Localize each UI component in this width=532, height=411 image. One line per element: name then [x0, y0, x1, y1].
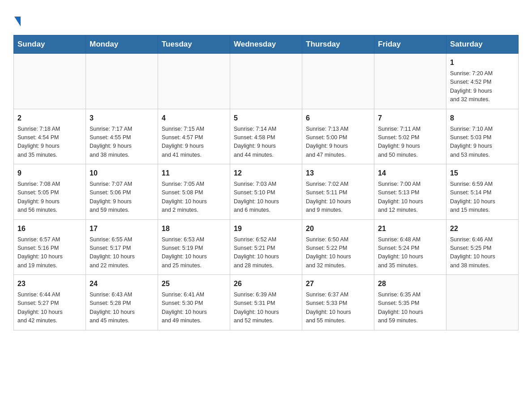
calendar-cell: 5Sunrise: 7:14 AMSunset: 4:58 PMDaylight… [230, 109, 302, 164]
week-row-2: 2Sunrise: 7:18 AMSunset: 4:54 PMDaylight… [14, 109, 519, 164]
calendar-cell [230, 54, 302, 109]
day-info: Sunrise: 7:14 AMSunset: 4:58 PMDaylight:… [234, 125, 298, 160]
day-info: Sunrise: 7:03 AMSunset: 5:10 PMDaylight:… [234, 180, 298, 215]
day-number: 22 [450, 223, 515, 234]
calendar-cell: 22Sunrise: 6:46 AMSunset: 5:25 PMDayligh… [446, 219, 519, 275]
day-number: 14 [378, 168, 442, 179]
day-number: 12 [234, 168, 298, 179]
calendar-cell: 6Sunrise: 7:13 AMSunset: 5:00 PMDaylight… [302, 109, 374, 164]
day-number: 26 [234, 278, 298, 289]
day-number: 21 [378, 223, 442, 234]
header-sunday: Sunday [14, 35, 86, 54]
day-info: Sunrise: 7:02 AMSunset: 5:11 PMDaylight:… [306, 180, 370, 215]
day-number: 9 [17, 168, 82, 179]
day-number: 15 [450, 168, 515, 179]
calendar-cell: 17Sunrise: 6:55 AMSunset: 5:17 PMDayligh… [86, 219, 158, 275]
header-tuesday: Tuesday [158, 35, 230, 54]
day-number: 28 [378, 278, 442, 289]
calendar-cell: 24Sunrise: 6:43 AMSunset: 5:28 PMDayligh… [86, 275, 158, 330]
week-row-5: 23Sunrise: 6:44 AMSunset: 5:27 PMDayligh… [14, 275, 519, 330]
calendar-cell: 1Sunrise: 7:20 AMSunset: 4:52 PMDaylight… [446, 54, 519, 109]
calendar-cell: 13Sunrise: 7:02 AMSunset: 5:11 PMDayligh… [302, 164, 374, 220]
calendar-header-row: SundayMondayTuesdayWednesdayThursdayFrid… [14, 35, 519, 54]
day-info: Sunrise: 7:20 AMSunset: 4:52 PMDaylight:… [450, 69, 515, 104]
header-wednesday: Wednesday [230, 35, 302, 54]
calendar-cell: 4Sunrise: 7:15 AMSunset: 4:57 PMDaylight… [158, 109, 230, 164]
page-header [13, 9, 519, 26]
header-thursday: Thursday [302, 35, 374, 54]
day-number: 19 [234, 223, 298, 234]
calendar-cell: 23Sunrise: 6:44 AMSunset: 5:27 PMDayligh… [14, 275, 86, 330]
day-info: Sunrise: 7:00 AMSunset: 5:13 PMDaylight:… [378, 180, 442, 215]
day-number: 1 [450, 57, 515, 68]
calendar-cell: 15Sunrise: 6:59 AMSunset: 5:14 PMDayligh… [446, 164, 519, 220]
day-info: Sunrise: 6:46 AMSunset: 5:25 PMDaylight:… [450, 235, 515, 270]
header-friday: Friday [374, 35, 446, 54]
calendar-cell: 25Sunrise: 6:41 AMSunset: 5:30 PMDayligh… [158, 275, 230, 330]
week-row-1: 1Sunrise: 7:20 AMSunset: 4:52 PMDaylight… [14, 54, 519, 109]
day-number: 23 [17, 278, 82, 289]
header-monday: Monday [86, 35, 158, 54]
calendar-cell [302, 54, 374, 109]
day-info: Sunrise: 7:13 AMSunset: 5:00 PMDaylight:… [306, 125, 370, 160]
day-info: Sunrise: 7:15 AMSunset: 4:57 PMDaylight:… [162, 125, 226, 160]
day-info: Sunrise: 6:55 AMSunset: 5:17 PMDaylight:… [90, 235, 154, 270]
calendar-cell: 8Sunrise: 7:10 AMSunset: 5:03 PMDaylight… [446, 109, 519, 164]
day-number: 5 [234, 113, 298, 124]
day-number: 8 [450, 113, 515, 124]
calendar-cell: 12Sunrise: 7:03 AMSunset: 5:10 PMDayligh… [230, 164, 302, 220]
calendar-cell: 18Sunrise: 6:53 AMSunset: 5:19 PMDayligh… [158, 219, 230, 275]
calendar-cell: 2Sunrise: 7:18 AMSunset: 4:54 PMDaylight… [14, 109, 86, 164]
day-info: Sunrise: 7:10 AMSunset: 5:03 PMDaylight:… [450, 125, 515, 160]
calendar-cell [14, 54, 86, 109]
day-info: Sunrise: 6:53 AMSunset: 5:19 PMDaylight:… [162, 235, 226, 270]
day-info: Sunrise: 7:17 AMSunset: 4:55 PMDaylight:… [90, 125, 154, 160]
day-number: 2 [17, 113, 82, 124]
day-info: Sunrise: 6:39 AMSunset: 5:31 PMDaylight:… [234, 291, 298, 325]
calendar-table: SundayMondayTuesdayWednesdayThursdayFrid… [13, 35, 519, 330]
day-number: 4 [162, 113, 226, 124]
calendar-cell: 14Sunrise: 7:00 AMSunset: 5:13 PMDayligh… [374, 164, 446, 220]
day-info: Sunrise: 7:05 AMSunset: 5:08 PMDaylight:… [162, 180, 226, 215]
day-info: Sunrise: 6:41 AMSunset: 5:30 PMDaylight:… [162, 291, 226, 325]
day-number: 24 [90, 278, 154, 289]
day-info: Sunrise: 6:52 AMSunset: 5:21 PMDaylight:… [234, 235, 298, 270]
day-number: 6 [306, 113, 370, 124]
calendar-cell: 19Sunrise: 6:52 AMSunset: 5:21 PMDayligh… [230, 219, 302, 275]
calendar-cell: 27Sunrise: 6:37 AMSunset: 5:33 PMDayligh… [302, 275, 374, 330]
header-saturday: Saturday [446, 35, 519, 54]
day-number: 7 [378, 113, 442, 124]
calendar-cell [158, 54, 230, 109]
day-number: 16 [17, 223, 82, 234]
week-row-3: 9Sunrise: 7:08 AMSunset: 5:05 PMDaylight… [14, 164, 519, 220]
calendar-cell [374, 54, 446, 109]
day-info: Sunrise: 6:35 AMSunset: 5:35 PMDaylight:… [378, 291, 442, 325]
day-number: 27 [306, 278, 370, 289]
calendar-cell: 16Sunrise: 6:57 AMSunset: 5:16 PMDayligh… [14, 219, 86, 275]
day-info: Sunrise: 7:08 AMSunset: 5:05 PMDaylight:… [17, 180, 82, 215]
day-number: 18 [162, 223, 226, 234]
week-row-4: 16Sunrise: 6:57 AMSunset: 5:16 PMDayligh… [14, 219, 519, 275]
day-number: 3 [90, 113, 154, 124]
day-info: Sunrise: 6:43 AMSunset: 5:28 PMDaylight:… [90, 291, 154, 325]
calendar-cell [446, 275, 519, 330]
day-info: Sunrise: 6:44 AMSunset: 5:27 PMDaylight:… [17, 291, 82, 325]
day-info: Sunrise: 7:18 AMSunset: 4:54 PMDaylight:… [17, 125, 82, 160]
day-info: Sunrise: 6:57 AMSunset: 5:16 PMDaylight:… [17, 235, 82, 270]
day-info: Sunrise: 7:07 AMSunset: 5:06 PMDaylight:… [90, 180, 154, 215]
day-info: Sunrise: 6:37 AMSunset: 5:33 PMDaylight:… [306, 291, 370, 325]
calendar-cell: 28Sunrise: 6:35 AMSunset: 5:35 PMDayligh… [374, 275, 446, 330]
calendar-cell: 7Sunrise: 7:11 AMSunset: 5:02 PMDaylight… [374, 109, 446, 164]
day-info: Sunrise: 7:11 AMSunset: 5:02 PMDaylight:… [378, 125, 442, 160]
calendar-cell: 11Sunrise: 7:05 AMSunset: 5:08 PMDayligh… [158, 164, 230, 220]
calendar-cell [86, 54, 158, 109]
day-number: 20 [306, 223, 370, 234]
calendar-cell: 10Sunrise: 7:07 AMSunset: 5:06 PMDayligh… [86, 164, 158, 220]
calendar-cell: 21Sunrise: 6:48 AMSunset: 5:24 PMDayligh… [374, 219, 446, 275]
logo [13, 13, 21, 26]
calendar-cell: 3Sunrise: 7:17 AMSunset: 4:55 PMDaylight… [86, 109, 158, 164]
day-number: 10 [90, 168, 154, 179]
calendar-cell: 20Sunrise: 6:50 AMSunset: 5:22 PMDayligh… [302, 219, 374, 275]
day-info: Sunrise: 6:50 AMSunset: 5:22 PMDaylight:… [306, 235, 370, 270]
day-number: 13 [306, 168, 370, 179]
